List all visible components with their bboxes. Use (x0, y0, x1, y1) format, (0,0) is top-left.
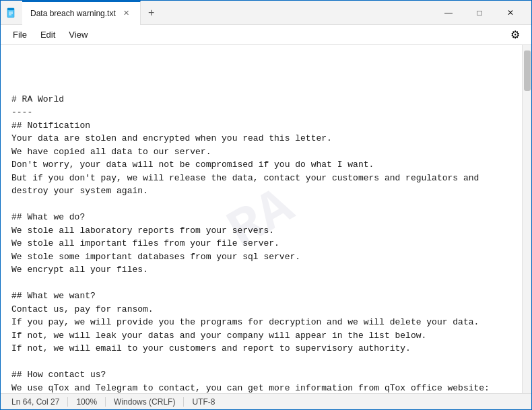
active-tab[interactable]: Data breach warning.txt ✕ (22, 1, 141, 25)
status-bar: Ln 64, Col 27 100% Windows (CRLF) UTF-8 (1, 393, 531, 409)
encoding: UTF-8 (184, 397, 223, 407)
menu-bar: File Edit View ⚙ (1, 25, 531, 45)
menu-edit[interactable]: Edit (34, 27, 62, 42)
scrollbar-thumb[interactable] (524, 50, 531, 91)
title-bar: Data breach warning.txt ✕ + — □ ✕ (1, 1, 531, 25)
text-editor[interactable]: RA # RA World ---- ## Notification Your … (1, 45, 522, 393)
content-area: RA # RA World ---- ## Notification Your … (1, 45, 531, 393)
settings-icon[interactable]: ⚙ (504, 26, 526, 44)
tab-label: Data breach warning.txt (30, 9, 116, 18)
editor-content: # RA World ---- ## Notification Your dat… (11, 93, 511, 394)
menu-view[interactable]: View (62, 27, 94, 42)
maximize-button[interactable]: □ (464, 1, 495, 25)
cursor-position: Ln 64, Col 27 (11, 397, 68, 407)
window-controls: — □ ✕ (433, 1, 526, 25)
new-tab-button[interactable]: + (141, 2, 162, 24)
app-icon (6, 7, 17, 18)
svg-rect-1 (7, 8, 14, 10)
minimize-button[interactable]: — (433, 1, 464, 25)
zoom-level: 100% (68, 397, 106, 407)
tab-close-button[interactable]: ✕ (121, 8, 132, 19)
tab-list: Data breach warning.txt ✕ + (22, 1, 433, 25)
main-window: Data breach warning.txt ✕ + — □ ✕ File E… (0, 0, 532, 410)
close-button[interactable]: ✕ (495, 1, 526, 25)
line-ending: Windows (CRLF) (106, 397, 184, 407)
menu-file[interactable]: File (6, 27, 34, 42)
scrollbar-track[interactable] (522, 45, 531, 393)
